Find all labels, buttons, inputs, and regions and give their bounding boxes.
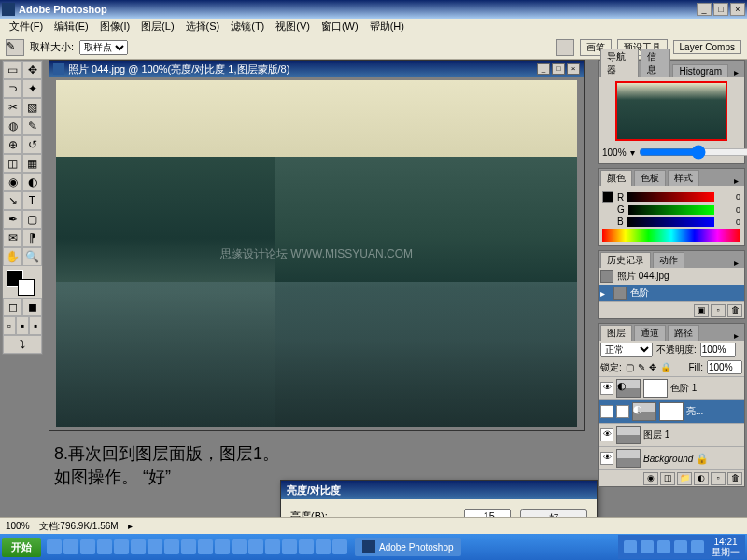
- quick-launch-icon[interactable]: [114, 539, 129, 554]
- blend-mode-select[interactable]: 正常: [600, 343, 653, 357]
- quick-launch-icon[interactable]: [332, 539, 347, 554]
- status-menu-icon[interactable]: ▸: [128, 521, 133, 531]
- green-slider[interactable]: [628, 205, 714, 215]
- eyedropper-icon[interactable]: ✎: [6, 39, 24, 56]
- new-layer-icon[interactable]: ▫: [711, 472, 726, 485]
- quickmask-off[interactable]: ◻: [3, 298, 22, 316]
- quick-launch-icon[interactable]: [248, 539, 263, 554]
- trash-icon[interactable]: 🗑: [727, 304, 742, 317]
- tab-channels[interactable]: 通道: [634, 325, 666, 341]
- menu-help[interactable]: 帮助(H): [364, 20, 410, 34]
- quick-launch-icon[interactable]: [47, 539, 62, 554]
- maximize-button[interactable]: □: [713, 3, 728, 16]
- jump-to-imageready[interactable]: ⤵: [3, 335, 42, 354]
- pen-tool[interactable]: ✒: [3, 210, 22, 229]
- new-document-icon[interactable]: ▫: [711, 304, 726, 317]
- sample-size-select[interactable]: 取样点: [79, 40, 128, 55]
- tray-icon[interactable]: [641, 540, 654, 553]
- tab-styles[interactable]: 样式: [668, 170, 699, 186]
- tab-history[interactable]: 历史记录: [600, 252, 651, 268]
- layer-row[interactable]: 👁Background🔒: [599, 446, 744, 469]
- tray-icon[interactable]: [624, 540, 637, 553]
- tray-icon[interactable]: [657, 540, 670, 553]
- new-snapshot-icon[interactable]: ▣: [694, 304, 709, 317]
- layer-mask[interactable]: [643, 379, 668, 398]
- layer-style-icon[interactable]: ◉: [643, 472, 658, 485]
- screen-standard[interactable]: ▫: [3, 316, 16, 335]
- panel-menu-icon[interactable]: ▸: [730, 330, 742, 341]
- gradient-tool[interactable]: ▦: [22, 154, 42, 173]
- panel-menu-icon[interactable]: ▸: [730, 67, 742, 77]
- document-minimize[interactable]: _: [537, 63, 550, 75]
- zoom-out-icon[interactable]: ▾: [630, 147, 635, 158]
- quick-launch-icon[interactable]: [97, 539, 112, 554]
- lock-position-icon[interactable]: ✥: [649, 362, 656, 372]
- history-item[interactable]: ▸色阶: [599, 285, 744, 301]
- lock-transparency-icon[interactable]: ▢: [626, 362, 634, 372]
- quick-launch-icon[interactable]: [198, 539, 213, 554]
- menu-filter[interactable]: 滤镜(T): [225, 20, 270, 34]
- menu-edit[interactable]: 编辑(E): [49, 20, 94, 34]
- document-canvas[interactable]: 思缘设计论坛 WWW.MISSYUAN.COM: [49, 77, 584, 430]
- quick-launch-icon[interactable]: [181, 539, 196, 554]
- wand-tool[interactable]: ✦: [22, 79, 42, 98]
- notes-tool[interactable]: ✉: [3, 229, 22, 247]
- screen-full[interactable]: ▪: [29, 316, 42, 335]
- color-spectrum[interactable]: [602, 229, 740, 242]
- menu-layer[interactable]: 图层(L): [135, 20, 179, 34]
- dodge-tool[interactable]: ◐: [22, 173, 42, 191]
- quick-launch-icon[interactable]: [316, 539, 331, 554]
- quick-launch-icon[interactable]: [299, 539, 314, 554]
- color-fg-swatch[interactable]: [602, 191, 613, 203]
- eraser-tool[interactable]: ◫: [3, 154, 22, 173]
- tab-color[interactable]: 颜色: [600, 170, 632, 186]
- layer-mask[interactable]: [659, 402, 684, 421]
- tab-info[interactable]: 信息: [641, 49, 670, 77]
- slice-tool[interactable]: ▧: [22, 98, 42, 117]
- panel-menu-icon[interactable]: ▸: [730, 175, 742, 186]
- document-close[interactable]: ×: [567, 63, 580, 75]
- history-item[interactable]: 照片 044.jpg: [599, 268, 744, 285]
- zoom-slider[interactable]: [639, 145, 747, 160]
- hand-tool[interactable]: ✋: [3, 247, 22, 266]
- quick-launch-icon[interactable]: [80, 539, 95, 554]
- tab-layers[interactable]: 图层: [600, 325, 632, 341]
- lock-pixels-icon[interactable]: ✎: [638, 362, 645, 372]
- quick-launch-icon[interactable]: [215, 539, 230, 554]
- tab-histogram[interactable]: Histogram: [672, 64, 728, 77]
- menu-select[interactable]: 选择(S): [180, 20, 226, 34]
- color-swatches[interactable]: [3, 266, 42, 298]
- tab-swatches[interactable]: 色板: [634, 170, 666, 186]
- blur-tool[interactable]: ◉: [3, 173, 22, 191]
- taskbar-task[interactable]: Adobe Photoshop: [355, 538, 461, 556]
- tray-icon[interactable]: [674, 540, 687, 553]
- tab-navigator[interactable]: 导航器: [600, 49, 639, 77]
- quick-launch-icon[interactable]: [265, 539, 280, 554]
- close-button[interactable]: ×: [730, 3, 745, 16]
- layer-row[interactable]: 👁◐色阶 1: [599, 376, 744, 399]
- navigator-thumbnail[interactable]: [615, 81, 727, 141]
- tab-actions[interactable]: 动作: [653, 252, 684, 268]
- trash-icon[interactable]: 🗑: [727, 472, 742, 485]
- shape-tool[interactable]: ▢: [22, 210, 42, 229]
- quick-launch-icon[interactable]: [131, 539, 146, 554]
- layer-row[interactable]: 👁图层 1: [599, 423, 744, 446]
- healing-tool[interactable]: ◍: [3, 117, 22, 135]
- quick-launch-icon[interactable]: [63, 539, 78, 554]
- tray-icon[interactable]: [691, 540, 704, 553]
- background-color[interactable]: [18, 279, 35, 296]
- quick-launch-icon[interactable]: [232, 539, 247, 554]
- layer-mask-icon[interactable]: ◫: [660, 472, 675, 485]
- status-zoom[interactable]: 100%: [6, 521, 30, 531]
- quick-launch-icon[interactable]: [164, 539, 179, 554]
- start-button[interactable]: 开始: [2, 538, 41, 557]
- link-icon[interactable]: [616, 405, 629, 418]
- eyedropper-tool[interactable]: ⁋: [22, 229, 42, 247]
- visibility-icon[interactable]: 👁: [600, 382, 613, 395]
- screen-full-menu[interactable]: ▪: [16, 316, 29, 335]
- path-tool[interactable]: ↘: [3, 191, 22, 210]
- stamp-tool[interactable]: ⊕: [3, 135, 22, 154]
- fill-input[interactable]: [707, 360, 742, 374]
- clock[interactable]: 14:21 星期一: [708, 537, 740, 557]
- tab-paths[interactable]: 路径: [668, 325, 699, 341]
